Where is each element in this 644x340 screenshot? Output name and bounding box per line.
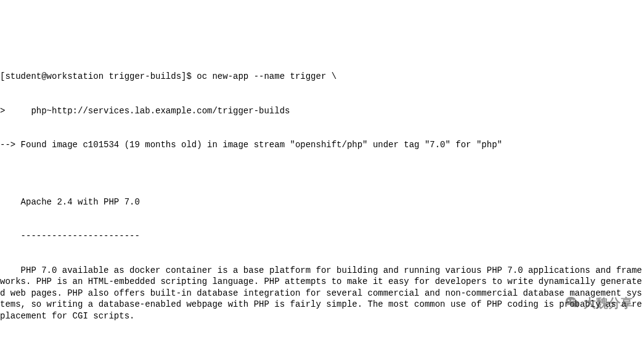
terminal-line: Apache 2.4 with PHP 7.0 <box>0 196 644 208</box>
terminal-line: --> Found image c101534 (19 months old) … <box>0 139 644 151</box>
terminal-output[interactable]: [student@workstation trigger-builds]$ oc… <box>0 46 644 340</box>
terminal-line: > php~http://services.lab.example.com/tr… <box>0 105 644 117</box>
terminal-line: PHP 7.0 available as docker container is… <box>0 265 644 322</box>
terminal-line: ----------------------- <box>0 230 644 242</box>
terminal-line: [student@workstation trigger-builds]$ oc… <box>0 71 644 83</box>
watermark: 大魏分享 <box>552 284 633 323</box>
wechat-icon <box>552 284 580 323</box>
watermark-text: 大魏分享 <box>584 298 633 309</box>
